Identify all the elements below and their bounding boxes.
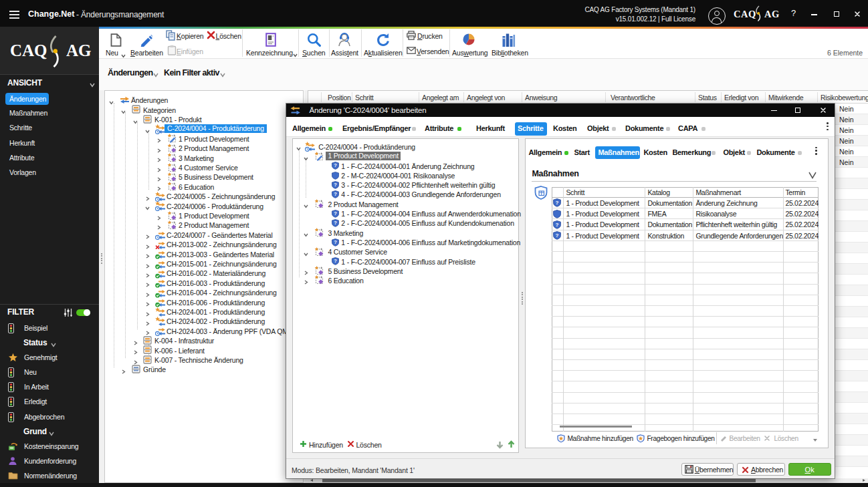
svg-text:?: ? [334,163,337,169]
svg-text:?: ? [556,232,559,238]
svg-text:?: ? [334,239,337,245]
svg-text:?: ? [334,210,337,216]
svg-text:?: ? [334,182,337,188]
svg-text:?: ? [556,222,559,228]
svg-text:?: ? [334,192,337,198]
svg-text:?: ? [334,220,337,226]
svg-text:?: ? [334,259,337,265]
svg-text:?: ? [556,200,559,206]
